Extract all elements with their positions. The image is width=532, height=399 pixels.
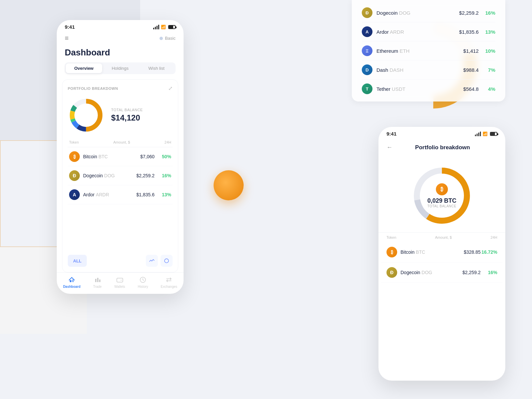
ph2-btc-name: Bitcoin BTC [401, 249, 454, 255]
top-token-list: Ð Dogecoin DOG $2,259.2 16% A Ardor ARDR… [352, 0, 505, 102]
nav-wallets[interactable]: Wallets [114, 276, 125, 288]
btc-total-label: TOTAL BALANCE [428, 204, 457, 208]
nav-exchanges[interactable]: Exchanges [161, 276, 177, 288]
donut-center-info: ₿ 0,029 BTC TOTAL BALANCE [427, 183, 456, 208]
list-eth-name: Ethereum ETH [376, 48, 449, 54]
balance-label: TOTAL BALANCE [111, 108, 143, 112]
ardr-amount: $1,835.6 [128, 192, 155, 197]
btc-center-icon: ₿ [436, 183, 448, 195]
nav-history[interactable]: History [138, 276, 148, 288]
th-amount: Amount, $ [113, 140, 130, 144]
svg-point-10 [165, 259, 169, 263]
tab-holdings[interactable]: Holdings [102, 63, 139, 73]
phone-portfolio-breakdown: 9:41 📶 ← Portfolio breakdown [378, 127, 505, 381]
nav-dashboard-label: Dashboard [63, 285, 80, 288]
ph2-token-row-btc[interactable]: ₿ Bitcoin BTC $328.85 16.72% [381, 242, 503, 262]
back-button[interactable]: ← [386, 144, 392, 151]
svg-rect-13 [95, 279, 96, 282]
list-row-dash[interactable]: D Dash DASH $988.4 7% [362, 60, 495, 79]
menu-icon[interactable]: ≡ [65, 34, 69, 42]
signal-bars [153, 25, 159, 29]
list-usdt-icon: T [362, 83, 372, 94]
list-ardr-icon: A [362, 26, 372, 37]
list-dog-change: 16% [479, 10, 495, 16]
list-dog-name: Dogecoin DOG [376, 10, 449, 16]
circle-icon-btn[interactable] [161, 255, 173, 267]
status-bar-2: 9:41 📶 [378, 127, 505, 139]
list-ardr-name: Ardor ARDR [376, 29, 449, 35]
token-row-dog[interactable]: Ð Dogecoin DOG $2,259.2 16% [68, 166, 173, 185]
tab-wishlist[interactable]: Wish list [138, 63, 175, 73]
ph2-token-row-dog[interactable]: Ð Dogecoin DOG $2,259.2 16% [381, 262, 503, 283]
btc-total-amount: 0,029 BTC [427, 197, 456, 204]
list-row-eth[interactable]: Ξ Ethereum ETH $1,412 10% [362, 41, 495, 60]
s4 [480, 132, 481, 136]
basic-dot [160, 37, 163, 40]
wifi-icon: 📶 [161, 25, 166, 29]
dashboard-title: Dashboard [57, 46, 184, 62]
list-row-ardr[interactable]: A Ardor ARDR $1,835.6 13% [362, 22, 495, 41]
dashboard-nav-icon [68, 276, 75, 283]
ardr-name: Ardor ARDR [83, 192, 128, 197]
s2 [477, 134, 478, 136]
bottom-actions: ALL [68, 251, 173, 267]
ph2-dog-change: 16% [481, 270, 497, 275]
nav-wallets-label: Wallets [114, 285, 125, 288]
signal-bar-1 [153, 28, 154, 29]
list-row-usdt[interactable]: T Tether USDT $564.8 4% [362, 79, 495, 98]
ardr-change: 13% [155, 192, 171, 197]
ph2-dog-icon: Ð [386, 267, 397, 278]
btc-amount: $7,060 [128, 154, 155, 159]
svg-rect-16 [117, 278, 123, 282]
card-title: PORTFOLIO BREAKDOWN [68, 86, 118, 90]
list-dog-icon: Ð [362, 7, 372, 18]
s1 [475, 135, 476, 136]
phone2-table-header: Token Amount, $ 24H [378, 232, 505, 242]
basic-badge: Basic [160, 36, 176, 41]
list-ardr-change: 13% [479, 29, 495, 35]
nav-trade-label: Trade [93, 285, 102, 288]
btc-change: 50% [155, 154, 171, 159]
tab-overview[interactable]: Overview [66, 63, 102, 73]
list-row-dog[interactable]: Ð Dogecoin DOG $2,259.2 16% [362, 3, 495, 22]
btc-name: Bitcoin BTC [83, 154, 128, 159]
ph2-btc-amount: $328.85 [454, 249, 481, 255]
nav-exchanges-label: Exchanges [161, 285, 177, 288]
ph2-dog-amount: $2,259.2 [454, 270, 481, 275]
nav-trade[interactable]: Trade [93, 276, 102, 288]
status-time-2: 9:41 [386, 131, 396, 137]
th-change: 24H [165, 140, 171, 144]
wifi-icon-2: 📶 [483, 132, 488, 136]
ph2-th-token: Token [386, 235, 396, 239]
list-usdt-name: Tether USDT [376, 86, 449, 92]
trade-nav-icon [94, 276, 101, 283]
expand-icon[interactable]: ⤢ [168, 85, 173, 91]
list-dash-amount: $988.4 [449, 67, 479, 73]
svg-rect-11 [70, 280, 71, 282]
status-icons-1: 📶 [153, 25, 176, 29]
ph2-th-amount: Amount, $ [435, 235, 452, 239]
all-button[interactable]: ALL [68, 255, 87, 267]
card-header: PORTFOLIO BREAKDOWN ⤢ [68, 85, 173, 91]
battery-fill [169, 26, 173, 28]
status-bar-1: 9:41 📶 [57, 20, 184, 32]
signal-bar-2 [155, 27, 156, 29]
token-row-ardr[interactable]: A Ardor ARDR $1,835.6 13% [68, 185, 173, 204]
phone2-donut-section: ₿ 0,029 BTC TOTAL BALANCE [378, 156, 505, 232]
chart-icon-btn[interactable] [146, 255, 158, 267]
ph2-btc-change: 16.72% [481, 249, 497, 255]
dog-change: 16% [155, 173, 171, 178]
list-dash-icon: D [362, 64, 372, 75]
svg-rect-12 [72, 279, 74, 282]
bottom-nav: Dashboard Trade Wallets History [57, 272, 184, 294]
list-usdt-change: 4% [479, 86, 495, 92]
list-dash-change: 7% [479, 67, 495, 73]
history-nav-icon [139, 276, 147, 283]
nav-dashboard[interactable]: Dashboard [63, 276, 80, 288]
exchanges-nav-icon [165, 276, 173, 283]
wallets-nav-icon [116, 276, 123, 283]
donut-chart-small [68, 97, 104, 134]
portfolio-card: PORTFOLIO BREAKDOWN ⤢ [62, 79, 178, 272]
token-row-btc[interactable]: ₿ Bitcoin BTC $7,060 50% [68, 147, 173, 166]
list-ardr-amount: $1,835.6 [449, 29, 479, 35]
